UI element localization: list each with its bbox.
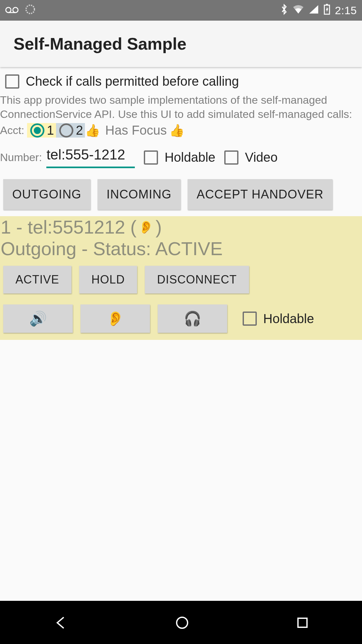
- has-focus-label: Has Focus: [105, 123, 167, 138]
- video-checkbox[interactable]: [224, 150, 238, 165]
- check-calls-label: Check if calls permitted before calling: [26, 74, 239, 89]
- number-input[interactable]: [46, 147, 135, 168]
- hold-button[interactable]: HOLD: [79, 266, 137, 293]
- acct-label: Acct:: [0, 124, 24, 137]
- acct-row: Acct: 1 2 👍 Has Focus 👍: [0, 123, 362, 138]
- action-row: OUTGOING INCOMING ACCEPT HANDOVER: [0, 179, 362, 210]
- call-holdable-label: Holdable: [263, 312, 314, 326]
- headphone-button[interactable]: 🎧: [158, 304, 227, 333]
- holdable-label: Holdable: [164, 150, 215, 165]
- video-option[interactable]: Video: [224, 150, 278, 165]
- home-button[interactable]: [173, 614, 191, 633]
- acct-radio-1[interactable]: 1: [27, 123, 56, 138]
- check-calls-row[interactable]: Check if calls permitted before calling: [0, 74, 362, 89]
- call-header: 1 - tel:5551212 ( 👂 ): [0, 216, 362, 238]
- headphone-icon: 🎧: [184, 311, 201, 326]
- description-text: This app provides two sample implementat…: [0, 89, 362, 121]
- svg-point-3: [26, 5, 34, 14]
- status-bar: 2:15: [0, 0, 362, 21]
- radio-on-icon: [30, 123, 44, 138]
- call-holdable-option[interactable]: Holdable: [243, 312, 314, 326]
- call-status: Outgoing - Status: ACTIVE: [0, 238, 362, 259]
- thumbs-up-icon: 👍: [169, 124, 184, 137]
- number-row: Number: Holdable Video: [0, 147, 362, 168]
- bluetooth-icon: [280, 4, 288, 17]
- acct-radio-2[interactable]: 2: [56, 123, 85, 138]
- nav-bar: [0, 603, 362, 644]
- voicemail-icon: [5, 5, 19, 16]
- svg-point-1: [13, 7, 18, 13]
- svg-point-6: [177, 617, 188, 628]
- accept-handover-button[interactable]: ACCEPT HANDOVER: [188, 179, 332, 210]
- app-bar: Self-Managed Sample: [0, 21, 362, 67]
- call-state-row: ACTIVE HOLD DISCONNECT: [0, 266, 362, 293]
- radio-off-icon: [59, 123, 73, 138]
- call-audio-row: 🔊 👂 🎧 Holdable: [0, 304, 362, 333]
- outgoing-button[interactable]: OUTGOING: [3, 179, 90, 210]
- svg-point-0: [6, 7, 11, 13]
- cell-signal-icon: [309, 5, 319, 16]
- call-card: 1 - tel:5551212 ( 👂 ) Outgoing - Status:…: [0, 216, 362, 340]
- video-label: Video: [245, 150, 278, 165]
- speaker-button[interactable]: 🔊: [3, 304, 73, 333]
- holdable-option[interactable]: Holdable: [144, 150, 215, 165]
- ear-icon: 👂: [138, 221, 153, 233]
- active-button[interactable]: ACTIVE: [3, 266, 71, 293]
- earpiece-button[interactable]: 👂: [80, 304, 150, 333]
- recent-apps-button[interactable]: [295, 615, 310, 632]
- svg-rect-7: [298, 618, 307, 627]
- wifi-icon: [292, 5, 304, 16]
- speaker-icon: 🔊: [29, 311, 47, 326]
- status-clock: 2:15: [335, 4, 357, 17]
- thumbs-up-icon: 👍: [85, 124, 100, 137]
- page-title: Self-Managed Sample: [14, 34, 186, 53]
- number-label: Number:: [0, 151, 42, 164]
- call-holdable-checkbox[interactable]: [243, 312, 257, 326]
- loading-icon: [25, 4, 35, 17]
- disconnect-button[interactable]: DISCONNECT: [145, 266, 249, 293]
- incoming-button[interactable]: INCOMING: [97, 179, 181, 210]
- back-button[interactable]: [52, 614, 70, 633]
- check-calls-checkbox[interactable]: [5, 74, 19, 89]
- battery-charging-icon: [323, 4, 330, 17]
- svg-rect-5: [326, 4, 328, 5]
- ear-icon: 👂: [107, 311, 124, 326]
- holdable-checkbox[interactable]: [144, 150, 158, 165]
